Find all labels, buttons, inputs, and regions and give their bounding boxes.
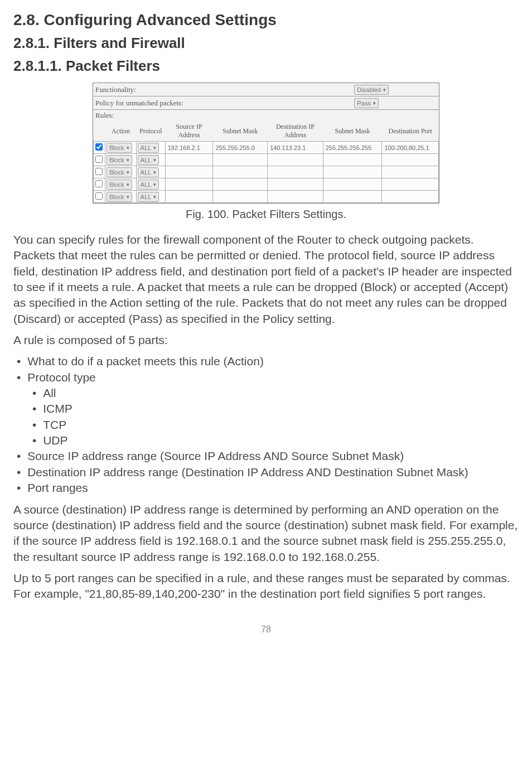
protocol-value: ALL — [141, 144, 152, 151]
list-item: UDP — [45, 433, 519, 448]
dest-subnet-mask-input[interactable] — [325, 184, 381, 185]
protocol-value: ALL — [141, 169, 152, 176]
chevron-down-icon: ▾ — [127, 145, 129, 151]
parts-list: What to do if a packet meets this rule (… — [13, 354, 519, 496]
page-number: 78 — [13, 625, 519, 635]
list-item: Port ranges — [29, 480, 519, 496]
source-ip-input[interactable] — [167, 184, 212, 185]
chevron-down-icon: ▾ — [383, 87, 386, 93]
dest-port-input[interactable] — [383, 196, 437, 197]
action-dropdown[interactable]: Block▾ — [107, 143, 132, 153]
policy-dropdown[interactable]: Pass ▾ — [354, 98, 378, 108]
subnet-mask-input[interactable] — [214, 184, 266, 185]
action-dropdown[interactable]: Block▾ — [107, 167, 132, 177]
rule-row: Block▾ ALL▾ — [94, 178, 439, 191]
list-item: Destination IP address range (Destinatio… — [29, 465, 519, 480]
figure-wrapper: Functionality: Disabled ▾ Policy for unm… — [13, 83, 519, 226]
protocol-dropdown[interactable]: ALL▾ — [138, 180, 159, 190]
dest-port-input[interactable] — [383, 159, 437, 161]
action-dropdown[interactable]: Block▾ — [107, 155, 132, 165]
action-dropdown[interactable]: Block▾ — [107, 192, 132, 202]
functionality-dropdown[interactable]: Disabled ▾ — [354, 85, 389, 95]
subnet-mask-input[interactable] — [214, 196, 266, 197]
source-ip-input[interactable] — [167, 172, 212, 173]
rules-label: Rules: — [93, 110, 439, 122]
chevron-down-icon: ▾ — [373, 100, 376, 106]
functionality-value: Disabled — [357, 86, 381, 93]
col-dest-port: Destination Port — [382, 121, 439, 142]
protocol-dropdown[interactable]: ALL▾ — [138, 192, 159, 202]
action-dropdown[interactable]: Block▾ — [107, 180, 132, 190]
paragraph-3: A source (destination) IP address range … — [13, 502, 519, 565]
rule-row: Block▾ ALL▾ — [94, 191, 439, 203]
col-protocol: Protocol — [136, 121, 165, 142]
functionality-label: Functionality: — [93, 83, 352, 96]
dest-ip-input[interactable] — [269, 159, 322, 161]
chevron-down-icon: ▾ — [127, 194, 129, 200]
chevron-down-icon: ▾ — [153, 194, 156, 200]
subnet-mask-input[interactable] — [214, 159, 266, 161]
rule-checkbox[interactable] — [95, 180, 103, 187]
section-heading: 2.8. Configuring Advanced Settings — [13, 11, 519, 29]
protocol-value: ALL — [141, 181, 152, 188]
rule-row: Block▾ ALL▾ — [94, 154, 439, 166]
col-action: Action — [105, 121, 136, 142]
source-ip-input[interactable] — [167, 159, 212, 161]
dest-ip-input[interactable] — [269, 196, 322, 197]
protocol-dropdown[interactable]: ALL▾ — [138, 167, 159, 177]
list-item: Source IP address range (Source IP Addre… — [29, 448, 519, 464]
rule-row: Block▾ ALL▾ — [94, 166, 439, 178]
rule-checkbox[interactable] — [95, 143, 103, 151]
chevron-down-icon: ▾ — [127, 157, 129, 163]
paragraph-4: Up to 5 port ranges can be specified in … — [13, 570, 519, 602]
rule-checkbox[interactable] — [95, 156, 103, 163]
subnet-mask-input[interactable]: 255.255.255.0 — [214, 144, 266, 152]
dest-port-input[interactable] — [383, 172, 437, 173]
chevron-down-icon: ▾ — [153, 157, 156, 163]
col-subnet-mask-1: Subnet Mask — [213, 121, 268, 142]
list-item: ICMP — [45, 401, 519, 417]
list-item: What to do if a packet meets this rule (… — [29, 354, 519, 369]
col-dest-ip: Destination IP Address — [268, 121, 323, 142]
protocol-value: ALL — [141, 157, 152, 163]
source-ip-input[interactable] — [167, 196, 212, 197]
figure-caption: Fig. 100. Packet Filters Settings. — [186, 208, 346, 221]
protocol-sublist: All ICMP TCP UDP — [29, 385, 519, 448]
action-value: Block — [109, 194, 124, 200]
protocol-dropdown[interactable]: ALL▾ — [138, 143, 159, 153]
dest-ip-input[interactable] — [269, 184, 322, 185]
dest-port-input[interactable] — [383, 184, 437, 185]
action-value: Block — [109, 169, 124, 176]
policy-value: Pass — [357, 100, 370, 107]
chevron-down-icon: ▾ — [153, 145, 156, 151]
subsection-heading: 2.8.1. Filters and Firewall — [13, 35, 519, 52]
list-item: All — [45, 385, 519, 401]
dest-ip-input[interactable] — [269, 172, 322, 173]
dest-subnet-mask-input[interactable] — [325, 172, 381, 173]
list-item-label: Protocol type — [27, 371, 96, 384]
chevron-down-icon: ▾ — [127, 170, 129, 175]
chevron-down-icon: ▾ — [127, 182, 129, 187]
dest-port-input[interactable]: 100-200,80,25,1 — [383, 144, 437, 152]
col-source-ip: Source IP Address — [165, 121, 213, 142]
policy-label: Policy for unmatched packets: — [93, 96, 352, 110]
protocol-dropdown[interactable]: ALL▾ — [138, 155, 159, 165]
list-item: Protocol type All ICMP TCP UDP — [29, 370, 519, 449]
chevron-down-icon: ▾ — [153, 182, 156, 187]
paragraph-2: A rule is composed of 5 parts: — [13, 332, 519, 348]
rule-checkbox[interactable] — [95, 192, 103, 200]
dest-ip-input[interactable]: 140.113.23.1 — [269, 144, 322, 152]
source-ip-input[interactable]: 192.168.2.1 — [167, 144, 212, 152]
dest-subnet-mask-input[interactable] — [325, 159, 381, 161]
chevron-down-icon: ▾ — [153, 170, 156, 175]
dest-subnet-mask-input[interactable] — [325, 196, 381, 197]
rule-row: Block▾ ALL▾ 192.168.2.1 255.255.255.0 14… — [94, 142, 439, 154]
list-item: TCP — [45, 417, 519, 433]
rule-checkbox[interactable] — [95, 168, 103, 175]
col-checkbox — [94, 121, 105, 142]
action-value: Block — [109, 144, 124, 151]
protocol-value: ALL — [141, 194, 152, 200]
subsubsection-heading: 2.8.1.1. Packet Filters — [13, 57, 519, 75]
dest-subnet-mask-input[interactable]: 255.255.255.255 — [325, 144, 381, 152]
subnet-mask-input[interactable] — [214, 172, 266, 173]
